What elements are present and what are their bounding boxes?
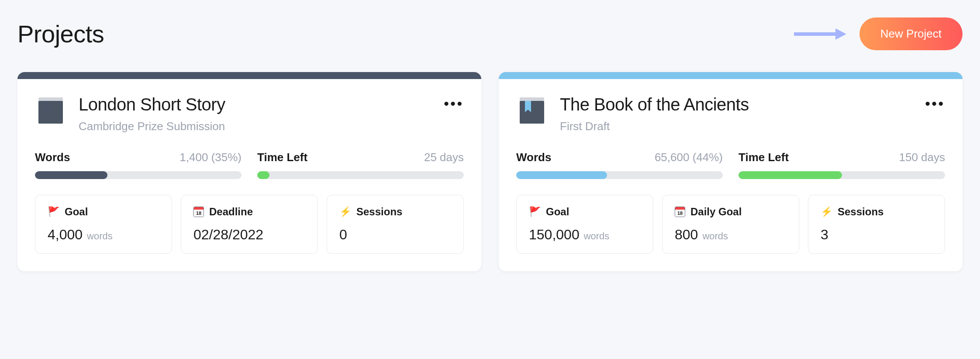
project-title: The Book of the Ancients — [560, 95, 913, 114]
words-value: 65,600 (44%) — [655, 151, 723, 164]
calendar-icon: 18 — [193, 207, 204, 217]
words-progress-fill — [516, 171, 607, 179]
svg-rect-3 — [38, 101, 63, 124]
stat-sessions: ⚡ Sessions 3 — [808, 195, 945, 254]
stat-label: Goal — [65, 206, 88, 218]
project-card[interactable]: The Book of the Ancients First Draft •••… — [499, 72, 963, 271]
words-label: Words — [35, 151, 70, 164]
stat-label: Daily Goal — [690, 206, 742, 218]
svg-marker-1 — [835, 28, 846, 40]
words-progress-fill — [35, 171, 107, 179]
arrow-right-icon — [794, 28, 846, 41]
time-progress-fill — [738, 171, 842, 179]
stat-unit: words — [584, 231, 610, 242]
calendar-icon: 18 — [675, 207, 685, 217]
svg-rect-2 — [38, 97, 63, 101]
more-options-button[interactable]: ••• — [444, 95, 464, 112]
stat-deadline: 18 Deadline 02/28/2022 — [181, 195, 318, 254]
time-left-value: 25 days — [424, 151, 464, 164]
stat-value: 4,000 — [48, 227, 83, 243]
stat-value: 800 — [675, 227, 698, 243]
page-title: Projects — [17, 20, 104, 48]
time-left-label: Time Left — [738, 151, 789, 164]
stat-goal: 🚩 Goal 4,000 words — [35, 195, 172, 254]
stat-label: Goal — [546, 206, 569, 218]
flag-icon: 🚩 — [529, 206, 541, 217]
flag-icon: 🚩 — [48, 206, 59, 217]
bolt-icon: ⚡ — [821, 206, 832, 217]
stat-value: 0 — [339, 227, 347, 243]
project-subtitle: First Draft — [560, 120, 913, 133]
bolt-icon: ⚡ — [339, 206, 351, 217]
time-left-label: Time Left — [257, 151, 307, 164]
book-icon — [35, 95, 66, 126]
stat-daily-goal: 18 Daily Goal 800 words — [662, 195, 799, 254]
card-accent-bar — [17, 72, 481, 79]
stat-value: 02/28/2022 — [193, 227, 263, 243]
card-accent-bar — [499, 72, 963, 79]
words-progress-bar — [516, 171, 723, 179]
time-progress-fill — [257, 171, 269, 179]
header-actions: New Project — [794, 17, 963, 50]
more-options-button[interactable]: ••• — [925, 95, 945, 112]
project-subtitle: Cambridge Prize Submission — [79, 120, 431, 133]
stat-label: Sessions — [838, 206, 883, 218]
stat-value: 150,000 — [529, 227, 580, 243]
stat-unit: words — [702, 231, 728, 242]
stat-goal: 🚩 Goal 150,000 words — [516, 195, 653, 254]
time-progress-bar — [257, 171, 464, 179]
svg-rect-7 — [520, 101, 544, 124]
stat-value: 3 — [821, 227, 828, 243]
words-label: Words — [516, 151, 551, 164]
book-icon — [516, 95, 548, 126]
stat-unit: words — [87, 231, 113, 242]
time-progress-bar — [738, 171, 945, 179]
time-left-value: 150 days — [899, 151, 945, 164]
stat-label: Sessions — [356, 206, 402, 218]
words-value: 1,400 (35%) — [179, 151, 242, 164]
new-project-button[interactable]: New Project — [859, 17, 963, 50]
words-progress-bar — [35, 171, 242, 179]
stat-label: Deadline — [209, 206, 253, 218]
projects-grid: London Short Story Cambridge Prize Submi… — [17, 72, 963, 271]
stat-sessions: ⚡ Sessions 0 — [327, 195, 464, 254]
svg-rect-6 — [520, 97, 544, 101]
project-title: London Short Story — [79, 95, 431, 114]
project-card[interactable]: London Short Story Cambridge Prize Submi… — [17, 72, 481, 271]
